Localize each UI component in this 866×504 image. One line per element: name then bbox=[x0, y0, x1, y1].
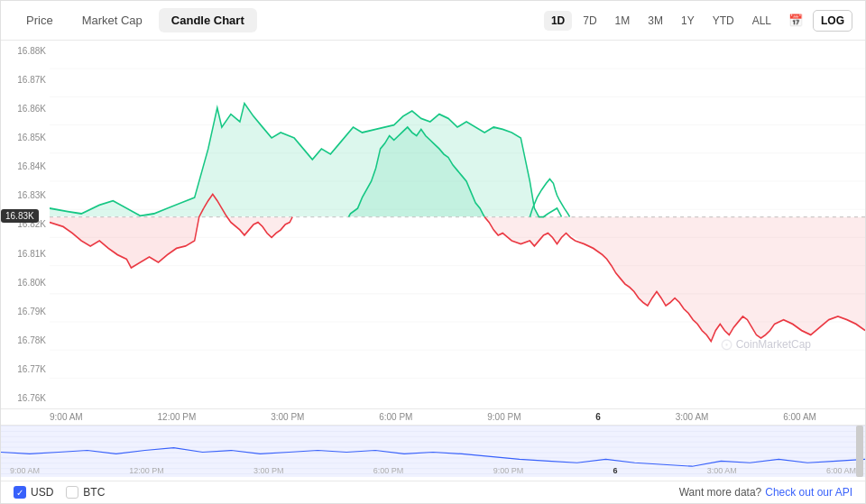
x-label-4: 9:00 PM bbox=[487, 412, 521, 422]
tab-group: Price Market Cap Candle Chart bbox=[14, 8, 257, 32]
y-label-11: 16.77K bbox=[5, 364, 46, 374]
btn-7d[interactable]: 7D bbox=[576, 11, 603, 31]
mini-x-1: 12:00 PM bbox=[129, 466, 164, 475]
x-label-0: 9:00 AM bbox=[50, 412, 83, 422]
tab-candlechart[interactable]: Candle Chart bbox=[159, 8, 257, 32]
y-label-5: 16.83K bbox=[5, 190, 46, 200]
chart-area: 16.88K 16.87K 16.86K 16.85K 16.84K 16.83… bbox=[1, 41, 865, 481]
y-label-2: 16.86K bbox=[5, 104, 46, 114]
btn-1m[interactable]: 1M bbox=[608, 11, 638, 31]
mini-x-6: 3:00 AM bbox=[707, 466, 737, 475]
mini-x-3: 6:00 PM bbox=[373, 466, 404, 475]
btc-label: BTC bbox=[83, 486, 105, 499]
mini-x-0: 9:00 AM bbox=[10, 466, 40, 475]
x-label-5: 6 bbox=[595, 412, 601, 422]
mini-x-axis: 9:00 AM 12:00 PM 3:00 PM 6:00 PM 9:00 PM… bbox=[10, 466, 856, 475]
tab-marketcap[interactable]: Market Cap bbox=[69, 8, 155, 32]
usd-checkbox[interactable]: ✓ bbox=[14, 486, 26, 499]
legend: ✓ USD BTC bbox=[14, 486, 105, 499]
y-label-0: 16.88K bbox=[5, 46, 46, 56]
mini-scroll-right[interactable] bbox=[856, 426, 863, 477]
tab-price[interactable]: Price bbox=[14, 8, 66, 32]
y-label-10: 16.78K bbox=[5, 335, 46, 345]
y-label-9: 16.79K bbox=[5, 307, 46, 316]
x-axis: 9:00 AM 12:00 PM 3:00 PM 6:00 PM 9:00 PM… bbox=[1, 408, 865, 425]
legend-usd[interactable]: ✓ USD bbox=[14, 486, 53, 499]
x-label-2: 3:00 PM bbox=[271, 412, 304, 422]
x-label-1: 12:00 PM bbox=[158, 412, 197, 422]
mini-x-7: 6:00 AM bbox=[826, 466, 856, 475]
legend-btc[interactable]: BTC bbox=[66, 486, 105, 499]
api-text: Want more data? bbox=[679, 486, 762, 499]
usd-label: USD bbox=[31, 486, 53, 499]
btn-1y[interactable]: 1Y bbox=[674, 11, 702, 31]
mini-chart: 9:00 AM 12:00 PM 3:00 PM 6:00 PM 9:00 PM… bbox=[1, 425, 865, 477]
y-label-7: 16.81K bbox=[5, 249, 46, 259]
time-controls: 1D 7D 1M 3M 1Y YTD ALL 📅 LOG bbox=[544, 10, 852, 32]
calendar-icon-btn[interactable]: 📅 bbox=[782, 10, 809, 31]
x-label-3: 6:00 PM bbox=[379, 412, 412, 422]
api-link[interactable]: Check out our API bbox=[765, 486, 852, 499]
btn-3m[interactable]: 3M bbox=[640, 11, 670, 31]
x-label-7: 6:00 AM bbox=[783, 412, 816, 422]
mini-x-4: 9:00 PM bbox=[493, 466, 524, 475]
y-label-3: 16.85K bbox=[5, 133, 46, 142]
bottom-bar: ✓ USD BTC Want more data? Check out our … bbox=[1, 481, 865, 503]
y-label-8: 16.80K bbox=[5, 278, 46, 288]
btn-all[interactable]: ALL bbox=[745, 11, 778, 31]
btn-1d[interactable]: 1D bbox=[544, 11, 572, 31]
log-button[interactable]: LOG bbox=[813, 10, 852, 32]
x-label-6: 3:00 AM bbox=[676, 412, 709, 422]
y-axis: 16.88K 16.87K 16.86K 16.85K 16.84K 16.83… bbox=[1, 41, 50, 408]
api-section: Want more data? Check out our API bbox=[679, 486, 852, 499]
mini-x-2: 3:00 PM bbox=[253, 466, 284, 475]
btc-checkbox[interactable] bbox=[66, 486, 78, 499]
y-label-4: 16.84K bbox=[5, 161, 46, 171]
y-label-1: 16.87K bbox=[5, 75, 46, 85]
chart-svg bbox=[50, 41, 865, 408]
main-container: Price Market Cap Candle Chart 1D 7D 1M 3… bbox=[0, 0, 866, 504]
btn-ytd[interactable]: YTD bbox=[705, 11, 742, 31]
mini-x-5: 6 bbox=[613, 466, 617, 475]
y-label-12: 16.76K bbox=[5, 393, 46, 403]
toolbar: Price Market Cap Candle Chart 1D 7D 1M 3… bbox=[1, 1, 865, 41]
price-badge: 16.83K bbox=[1, 209, 39, 223]
main-chart: 16.88K 16.87K 16.86K 16.85K 16.84K 16.83… bbox=[1, 41, 865, 408]
